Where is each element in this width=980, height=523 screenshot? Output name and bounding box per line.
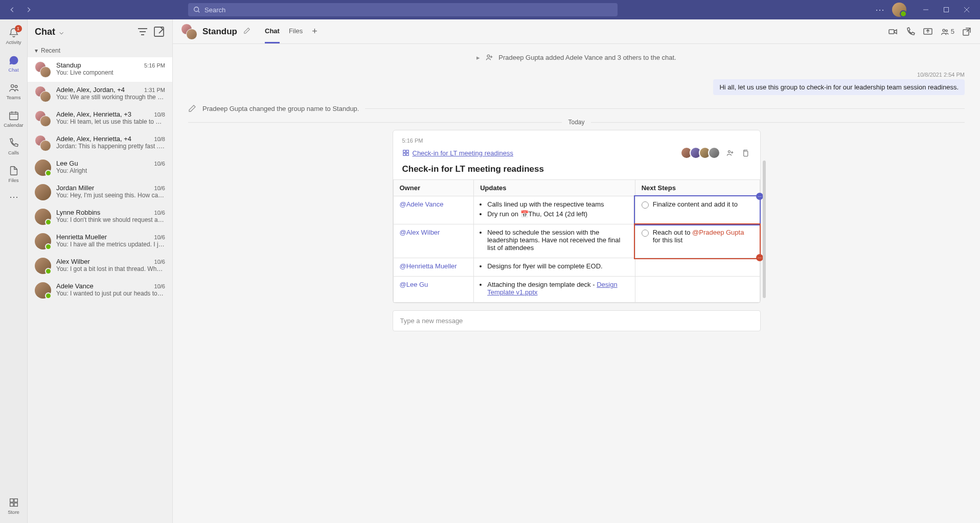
rail-more[interactable]: ⋯ (2, 189, 26, 204)
expand-icon[interactable]: ▸ (476, 54, 480, 61)
tab-chat[interactable]: Chat (265, 19, 280, 43)
file-link[interactable]: Design Template v1.pptx (487, 281, 617, 296)
message-timestamp: 10/8/2021 2:54 PM (917, 72, 965, 78)
more-button[interactable]: ⋯ (874, 4, 886, 15)
avatar (35, 135, 51, 151)
mention[interactable]: @Henrietta Mueller (400, 262, 457, 270)
loop-title-link[interactable]: Check-in for LT meeting readiness (402, 149, 514, 157)
section-recent[interactable]: ▾ Recent (28, 44, 172, 57)
chat-title: Standup (202, 27, 237, 37)
chatlist-title: Chat (35, 27, 55, 37)
chat-preview: You: I don't think we should request age… (56, 216, 165, 223)
svg-rect-17 (406, 150, 408, 152)
chat-name: Standup (56, 61, 81, 69)
presence-cursor: ⋯ (756, 254, 763, 261)
compose-input[interactable]: Type a new message (393, 310, 761, 331)
chat-list-pane: Chat ⌵ ▾ Recent Standup5:16 PMYou: Live … (28, 19, 173, 523)
table-row[interactable]: @Henrietta MuellerDesigns for flyer will… (393, 258, 760, 277)
current-user-avatar[interactable] (892, 3, 906, 17)
rail-teams-label: Teams (7, 95, 21, 100)
new-chat-button[interactable] (153, 26, 165, 38)
conversation-header: Standup Chat Files + 5 (173, 19, 980, 44)
chat-time: 10/6 (154, 161, 165, 167)
chat-list-item[interactable]: Jordan Miller10/6You: Hey, I'm just seei… (28, 180, 172, 204)
chat-list-item[interactable]: Adele, Alex, Jordan, +41:31 PMYou: We ar… (28, 82, 172, 106)
rail-activity[interactable]: 1 Activity (2, 24, 26, 48)
add-tab-button[interactable]: + (312, 26, 317, 37)
svg-rect-10 (889, 30, 894, 34)
close-button[interactable] (958, 3, 976, 17)
col-next: Next Steps (635, 180, 760, 196)
chat-list-item[interactable]: Henrietta Mueller10/6You: I have all the… (28, 229, 172, 254)
checkbox-icon[interactable] (642, 230, 649, 237)
share-button[interactable] (724, 147, 736, 158)
table-row[interactable]: @Lee GuAttaching the design template dec… (393, 277, 760, 303)
rail-files[interactable]: Files (2, 162, 26, 186)
chat-list-item[interactable]: Adele, Alex, Henrietta, +410/8Jordan: Th… (28, 131, 172, 155)
minimize-button[interactable] (917, 3, 935, 17)
avatar (708, 147, 720, 159)
loop-collaborators[interactable] (683, 147, 720, 159)
share-screen-button[interactable] (923, 27, 933, 37)
rail-calls[interactable]: Calls (2, 134, 26, 158)
col-updates: Updates (474, 180, 635, 196)
participants-button[interactable]: 5 (940, 27, 954, 36)
popout-button[interactable] (962, 27, 972, 37)
rail-calendar[interactable]: Calendar (2, 106, 26, 131)
tab-files[interactable]: Files (289, 19, 303, 43)
svg-point-0 (194, 7, 199, 12)
copy-button[interactable] (740, 147, 751, 158)
chat-list-item[interactable]: Adele Vance10/6You: I wanted to just put… (28, 278, 172, 303)
mention[interactable]: @Alex Wilber (400, 229, 440, 236)
chat-preview: You: I have all the metrics updated. I j… (56, 241, 165, 248)
chat-time: 10/6 (154, 259, 165, 265)
message-text[interactable]: Hi all, let us use this group to check-i… (713, 79, 965, 95)
svg-rect-18 (403, 153, 405, 155)
chat-list-item[interactable]: Alex Wilber10/6You: I got a bit lost in … (28, 254, 172, 278)
chat-list-item[interactable]: Lee Gu10/6You: Alright (28, 155, 172, 180)
mention[interactable]: @Adele Vance (400, 200, 444, 208)
table-row[interactable]: @Adele VanceCalls lined up with the resp… (393, 196, 760, 224)
svg-rect-5 (10, 498, 13, 502)
video-call-button[interactable] (888, 27, 898, 37)
audio-call-button[interactable] (905, 27, 916, 37)
chat-list-item[interactable]: Lynne Robbins10/6You: I don't think we s… (28, 204, 172, 229)
loop-component[interactable]: 5:16 PM Check-in for LT meeting readines… (393, 130, 761, 303)
chat-list-item[interactable]: Adele, Alex, Henrietta, +310/8You: Hi te… (28, 106, 172, 131)
rail-store[interactable]: Store (2, 493, 26, 518)
rail-chat[interactable]: Chat (2, 51, 26, 76)
filter-button[interactable] (136, 26, 149, 38)
app-rail: 1 Activity Chat Teams Calendar Calls (0, 19, 28, 523)
mention[interactable]: @Pradeep Gupta (692, 229, 744, 236)
svg-rect-1 (944, 8, 949, 12)
chat-list-item[interactable]: Standup5:16 PMYou: Live component (28, 57, 172, 82)
chevron-down-icon[interactable]: ⌵ (59, 28, 63, 36)
edit-name-button[interactable] (243, 27, 250, 36)
table-row[interactable]: @Alex WilberNeed to schedule the session… (393, 224, 760, 258)
rail-files-label: Files (8, 177, 18, 183)
bullet-item: Attaching the design template deck - Des… (487, 281, 628, 296)
chat-time: 1:31 PM (144, 87, 165, 93)
maximize-button[interactable] (937, 3, 955, 17)
chat-name: Alex Wilber (56, 258, 90, 265)
svg-rect-7 (10, 503, 13, 506)
nav-back-button[interactable] (5, 3, 19, 17)
chat-time: 10/6 (154, 283, 165, 289)
system-renamed-text: Pradeep Gupta changed the group name to … (202, 105, 359, 112)
nav-forward-button[interactable] (21, 3, 36, 17)
search-input[interactable]: Search (188, 3, 618, 16)
loop-heading[interactable]: Check-in for LT meeting readiness (393, 163, 760, 179)
loop-table[interactable]: Owner Updates Next Steps @Adele VanceCal… (393, 179, 760, 303)
mention[interactable]: @Lee Gu (400, 281, 428, 288)
presence-cursor: ⋯ (756, 193, 763, 200)
rail-teams[interactable]: Teams (2, 79, 26, 103)
rail-store-label: Store (8, 509, 19, 515)
todo-item[interactable]: Finalize content and add it to (642, 200, 754, 209)
checkbox-icon[interactable] (642, 201, 649, 209)
todo-item[interactable]: Reach out to @Pradeep Gupta for this lis… (642, 229, 754, 244)
people-add-icon (485, 53, 493, 61)
scrollbar[interactable] (763, 161, 766, 298)
search-placeholder: Search (204, 6, 225, 14)
chevron-down-icon: ▾ (35, 47, 38, 54)
chat-time: 10/6 (154, 185, 165, 191)
